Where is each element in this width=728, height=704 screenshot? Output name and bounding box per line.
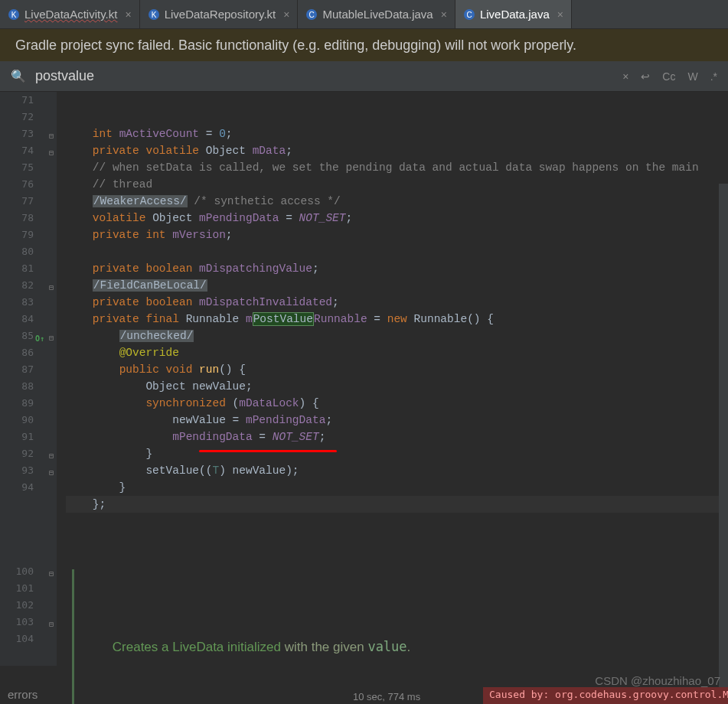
line-number[interactable]: 82⊟ xyxy=(0,277,57,294)
code-line[interactable]: }; xyxy=(66,496,728,513)
line-number[interactable]: 76 xyxy=(0,176,57,193)
line-number[interactable]: 75 xyxy=(0,159,57,176)
code-line[interactable]: newValue = mPendingData; xyxy=(66,412,728,429)
code-line[interactable]: /WeakerAccess/ /* synthetic access */ xyxy=(66,193,728,210)
tab-mutablelivedata-java[interactable]: CMutableLiveData.java× xyxy=(298,0,455,28)
code-line[interactable]: private int mVersion; xyxy=(66,227,728,243)
java-class-icon: C xyxy=(305,8,318,21)
code-line[interactable]: @Override xyxy=(66,344,728,361)
line-number[interactable]: 84 xyxy=(0,311,57,328)
search-actions: × ↩ Cc W .* xyxy=(622,70,717,83)
line-number[interactable]: 103⊟ xyxy=(0,614,57,631)
code-line[interactable]: setValue((T) newValue); xyxy=(66,462,728,479)
close-search-icon[interactable]: × xyxy=(622,70,628,83)
line-number[interactable]: 94 xyxy=(0,479,57,496)
code-line[interactable]: private volatile Object mData; xyxy=(66,142,728,159)
svg-text:C: C xyxy=(309,11,315,19)
line-number[interactable]: 71 xyxy=(0,92,57,109)
line-number[interactable]: 100⊟ xyxy=(0,563,57,580)
line-number[interactable]: 85⊟O↑ xyxy=(0,328,57,344)
tab-livedatarepository-kt[interactable]: KLiveDataRepository.kt× xyxy=(140,0,299,28)
line-number[interactable]: 102 xyxy=(0,597,57,614)
editor-scrollbar[interactable] xyxy=(719,184,728,704)
tab-label: LiveDataActivity.kt xyxy=(24,8,117,21)
doc-text: Creates a LiveData initialized xyxy=(113,640,285,654)
code-line[interactable]: private final Runnable mPostValueRunnabl… xyxy=(66,311,728,328)
code-line[interactable]: } xyxy=(66,445,728,462)
line-number[interactable]: 81 xyxy=(0,260,57,277)
code-line[interactable]: volatile Object mPendingData = NOT_SET; xyxy=(66,210,728,227)
java-class-icon: C xyxy=(463,8,475,21)
search-input[interactable] xyxy=(35,68,613,84)
line-number[interactable]: 77 xyxy=(0,193,57,210)
close-tab-icon[interactable]: × xyxy=(557,8,563,21)
match-case-toggle[interactable]: Cc xyxy=(662,70,675,83)
editor[interactable]: 717273⊟74⊟7576777879808182⊟838485⊟O↑8687… xyxy=(0,92,728,666)
next-match-icon[interactable]: ↩ xyxy=(641,70,650,83)
code-line[interactable]: private boolean mDispatchingValue; xyxy=(66,260,728,277)
line-number[interactable]: 91 xyxy=(0,429,57,445)
line-number[interactable]: 92⊟ xyxy=(0,445,57,462)
code-line[interactable]: /FieldCanBeLocal/ xyxy=(66,277,728,294)
code-line[interactable]: public void run() { xyxy=(66,361,728,378)
code-line[interactable]: /unchecked/ xyxy=(66,328,728,344)
line-number[interactable]: 104 xyxy=(0,631,57,647)
tab-label: MutableLiveData.java xyxy=(322,8,433,21)
svg-text:K: K xyxy=(151,11,156,19)
tab-label: LiveData.java xyxy=(480,8,550,21)
code-line[interactable]: synchronized (mDataLock) { xyxy=(66,395,728,412)
code-line[interactable]: private boolean mDispatchInvalidated; xyxy=(66,294,728,311)
line-number[interactable]: 73⊟ xyxy=(0,125,57,142)
code-line[interactable]: int mActiveCount = 0; xyxy=(66,125,728,142)
tab-livedataactivity-kt[interactable]: KLiveDataActivity.kt× xyxy=(0,0,140,28)
watermark: CSDN @zhouzhihao_07 xyxy=(595,674,720,687)
line-number[interactable]: 80 xyxy=(0,243,57,260)
close-tab-icon[interactable]: × xyxy=(441,8,447,21)
line-number[interactable]: 101 xyxy=(0,580,57,597)
close-tab-icon[interactable]: × xyxy=(283,8,289,21)
code-line[interactable] xyxy=(66,513,728,530)
line-number[interactable]: 79 xyxy=(0,227,57,243)
code-line[interactable] xyxy=(66,243,728,260)
kotlin-file-icon: K xyxy=(148,8,160,21)
line-number[interactable]: 93⊟ xyxy=(0,462,57,479)
svg-text:C: C xyxy=(466,11,472,19)
tab-livedata-java[interactable]: CLiveData.java× xyxy=(455,0,572,28)
line-number[interactable]: 86 xyxy=(0,344,57,361)
status-errors[interactable]: errors xyxy=(0,685,45,704)
line-number[interactable]: 89 xyxy=(0,395,57,412)
regex-toggle[interactable]: .* xyxy=(710,70,717,83)
line-number[interactable]: 87 xyxy=(0,361,57,378)
code-line[interactable]: // when setData is called, we set the pe… xyxy=(66,159,728,176)
line-number[interactable]: 88 xyxy=(0,378,57,395)
warning-text: Gradle project sync failed. Basic functi… xyxy=(15,37,576,54)
code-line[interactable]: } xyxy=(66,479,728,496)
line-number[interactable]: 72 xyxy=(0,109,57,125)
code-line[interactable]: mPendingData = NOT_SET; xyxy=(66,429,728,445)
gradle-warning-banner: Gradle project sync failed. Basic functi… xyxy=(0,29,728,61)
search-icon: 🔍 xyxy=(11,69,26,83)
code-line[interactable]: // thread xyxy=(66,176,728,193)
line-number[interactable]: 83 xyxy=(0,294,57,311)
code-area[interactable]: int mActiveCount = 0; private volatile O… xyxy=(57,92,728,666)
close-tab-icon[interactable]: × xyxy=(125,8,131,21)
find-bar: 🔍 × ↩ Cc W .* xyxy=(0,61,728,92)
line-number[interactable]: 78 xyxy=(0,210,57,227)
gutter: 717273⊟74⊟7576777879808182⊟838485⊟O↑8687… xyxy=(0,92,57,666)
line-number[interactable]: 74⊟ xyxy=(0,142,57,159)
tab-label: LiveDataRepository.kt xyxy=(165,8,276,21)
tab-bar: KLiveDataActivity.kt×KLiveDataRepository… xyxy=(0,0,728,29)
kotlin-file-icon: K xyxy=(8,8,20,21)
code-line[interactable]: Object newValue; xyxy=(66,378,728,395)
hand-underline-annotation xyxy=(199,450,337,452)
words-toggle[interactable]: W xyxy=(687,70,697,83)
svg-text:K: K xyxy=(11,11,17,19)
line-number[interactable]: 90 xyxy=(0,412,57,429)
status-error-message[interactable]: Caused by: org.codehaus.groovy.control.M xyxy=(483,687,728,704)
